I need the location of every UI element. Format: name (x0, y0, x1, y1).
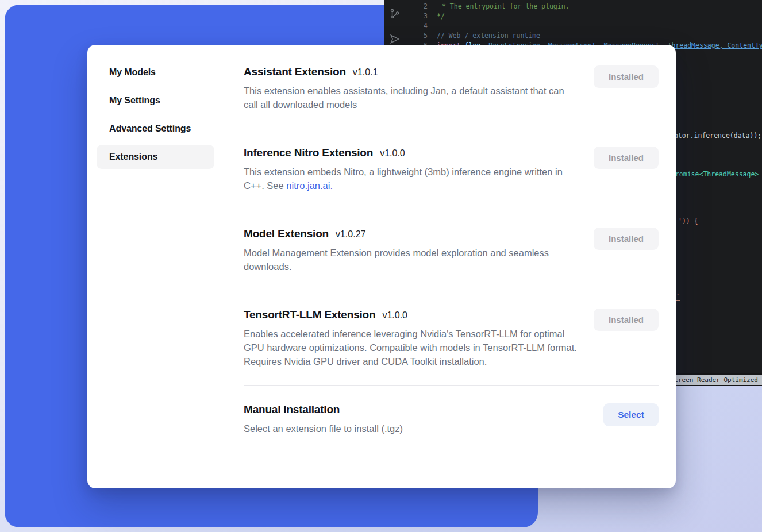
extension-version: v1.0.0 (380, 148, 405, 159)
code-text: */ (437, 11, 445, 21)
extension-name: Model Extension (244, 228, 329, 240)
editor-code-area: 2 * The entrypoint for the plugin. 3 */ … (411, 2, 762, 51)
code-text: * The entrypoint for the plugin. (437, 2, 569, 11)
code-text: // Web / extension runtime (437, 31, 540, 41)
code-fragment: rator.inference(data)); (670, 132, 761, 140)
code-fragment: Promise<ThreadMessage> (671, 170, 759, 178)
extension-row-tensorrt: TensortRT-LLM Extension v1.0.0 Enables a… (244, 291, 659, 386)
manual-installation-title: Manual Installation (244, 403, 403, 416)
code-line: 2 * The entrypoint for the plugin. (411, 2, 762, 11)
installed-button[interactable]: Installed (594, 228, 659, 250)
sidebar-item-extensions[interactable]: Extensions (97, 145, 214, 169)
extension-version: v1.0.27 (336, 229, 365, 240)
extension-title: Model Extension v1.0.27 (244, 228, 577, 240)
sidebar-item-my-settings[interactable]: My Settings (97, 88, 214, 113)
line-number: 3 (411, 11, 428, 21)
code-line: 5 // Web / extension runtime (411, 31, 762, 41)
sidebar-item-advanced-settings[interactable]: Advanced Settings (97, 117, 214, 141)
source-control-icon (389, 8, 401, 21)
code-fragment: ')) { (678, 217, 698, 225)
installed-button[interactable]: Installed (594, 65, 659, 88)
extension-name: Assistant Extension (244, 65, 346, 78)
extension-version: v1.0.1 (353, 67, 378, 78)
extension-name: TensortRT-LLM Extension (244, 309, 375, 321)
extension-title: TensortRT-LLM Extension v1.0.0 (244, 309, 577, 321)
line-number: 4 (411, 21, 428, 31)
extension-description: Model Management Extension provides mode… (244, 246, 577, 273)
extensions-panel: Assistant Extension v1.0.1 This extensio… (224, 45, 676, 488)
line-number: 2 (411, 2, 428, 11)
extension-row-nitro: Inference Nitro Extension v1.0.0 This ex… (244, 129, 659, 210)
code-line: 4 (411, 21, 762, 31)
extension-title: Inference Nitro Extension v1.0.0 (244, 147, 577, 159)
installed-button[interactable]: Installed (594, 147, 659, 169)
select-file-button[interactable]: Select (603, 403, 659, 426)
extension-row-assistant: Assistant Extension v1.0.1 This extensio… (244, 48, 659, 129)
sidebar-item-my-models[interactable]: My Models (97, 60, 214, 84)
extension-title: Assistant Extension v1.0.1 (244, 65, 577, 78)
extension-name: Inference Nitro Extension (244, 147, 373, 159)
line-number: 5 (411, 31, 428, 41)
code-line: 3 */ (411, 11, 762, 21)
extension-description: This extension embeds Nitro, a lightweig… (244, 165, 577, 192)
extension-description: Enables accelerated inference leveraging… (244, 327, 577, 368)
extension-version: v1.0.0 (382, 310, 407, 321)
screen-reader-status-chip: Screen Reader Optimized (667, 375, 762, 385)
section-name: Manual Installation (244, 403, 340, 416)
settings-modal: My Models My Settings Advanced Settings … (87, 45, 676, 488)
manual-installation-description: Select an extension file to install (.tg… (244, 422, 403, 435)
installed-button[interactable]: Installed (594, 309, 659, 331)
settings-sidebar: My Models My Settings Advanced Settings … (87, 45, 224, 488)
extension-description: This extension enables assistants, inclu… (244, 84, 577, 111)
manual-installation-row: Manual Installation Select an extension … (244, 386, 659, 453)
extension-row-model: Model Extension v1.0.27 Model Management… (244, 210, 659, 291)
nitro-jan-ai-link[interactable]: nitro.jan.ai. (286, 180, 333, 191)
